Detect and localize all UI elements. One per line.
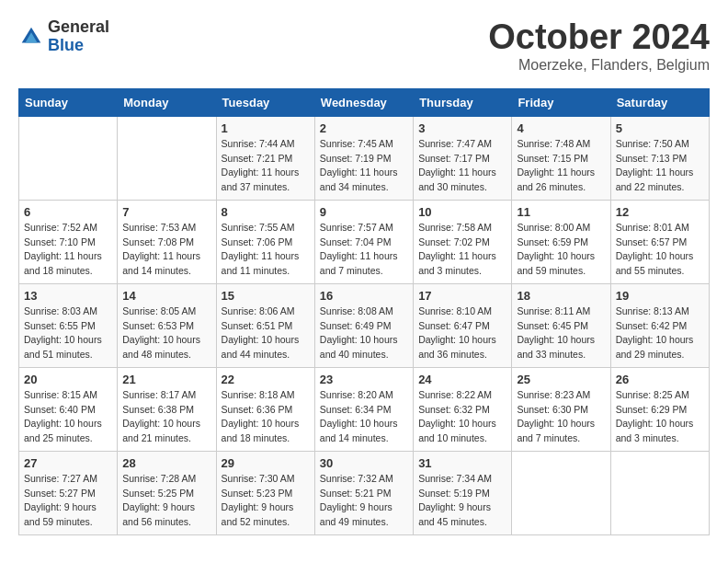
day-number: 11 — [517, 205, 605, 219]
calendar-cell: 4Sunrise: 7:48 AMSunset: 7:15 PMDaylight… — [512, 116, 610, 200]
day-info: Sunrise: 7:32 AMSunset: 5:21 PMDaylight:… — [320, 472, 408, 530]
day-info: Sunrise: 8:06 AMSunset: 6:51 PMDaylight:… — [222, 304, 310, 362]
logo-blue-text: Blue — [48, 37, 109, 55]
calendar-header-row: SundayMondayTuesdayWednesdayThursdayFrid… — [19, 88, 710, 116]
calendar-cell: 6Sunrise: 7:52 AMSunset: 7:10 PMDaylight… — [19, 200, 118, 283]
calendar-cell: 18Sunrise: 8:11 AMSunset: 6:45 PMDayligh… — [512, 283, 610, 367]
day-info: Sunrise: 7:48 AMSunset: 7:15 PMDaylight:… — [517, 137, 605, 195]
day-number: 5 — [616, 121, 704, 135]
title-area: October 2024 Moerzeke, Flanders, Belgium — [488, 18, 710, 74]
calendar-cell: 3Sunrise: 7:47 AMSunset: 7:17 PMDaylight… — [414, 116, 512, 200]
day-number: 6 — [24, 205, 112, 219]
day-number: 29 — [222, 456, 310, 470]
calendar-cell: 12Sunrise: 8:01 AMSunset: 6:57 PMDayligh… — [610, 200, 709, 283]
day-info: Sunrise: 8:23 AMSunset: 6:30 PMDaylight:… — [517, 388, 605, 446]
page-header: General Blue October 2024 Moerzeke, Flan… — [18, 18, 710, 74]
calendar-cell: 13Sunrise: 8:03 AMSunset: 6:55 PMDayligh… — [19, 283, 118, 367]
day-info: Sunrise: 7:53 AMSunset: 7:08 PMDaylight:… — [122, 221, 210, 279]
day-info: Sunrise: 7:50 AMSunset: 7:13 PMDaylight:… — [616, 137, 704, 195]
logo-text: General Blue — [48, 18, 109, 55]
calendar-cell: 15Sunrise: 8:06 AMSunset: 6:51 PMDayligh… — [216, 283, 314, 367]
calendar-cell: 22Sunrise: 8:18 AMSunset: 6:36 PMDayligh… — [216, 367, 314, 451]
calendar-cell: 16Sunrise: 8:08 AMSunset: 6:49 PMDayligh… — [314, 283, 413, 367]
day-info: Sunrise: 8:25 AMSunset: 6:29 PMDaylight:… — [616, 388, 704, 446]
calendar-cell — [118, 116, 216, 200]
day-number: 10 — [418, 205, 506, 219]
day-number: 4 — [517, 121, 605, 135]
month-title: October 2024 — [488, 18, 710, 57]
day-number: 31 — [418, 456, 506, 470]
calendar-week-row: 6Sunrise: 7:52 AMSunset: 7:10 PMDaylight… — [19, 200, 710, 283]
day-number: 30 — [320, 456, 408, 470]
day-of-week-header: Monday — [118, 88, 216, 116]
day-info: Sunrise: 8:15 AMSunset: 6:40 PMDaylight:… — [24, 388, 112, 446]
day-of-week-header: Wednesday — [314, 88, 413, 116]
day-info: Sunrise: 8:00 AMSunset: 6:59 PMDaylight:… — [517, 221, 605, 279]
day-number: 25 — [517, 373, 605, 386]
day-number: 22 — [222, 373, 310, 386]
calendar-cell: 26Sunrise: 8:25 AMSunset: 6:29 PMDayligh… — [610, 367, 709, 451]
calendar-cell: 25Sunrise: 8:23 AMSunset: 6:30 PMDayligh… — [512, 367, 610, 451]
day-info: Sunrise: 8:17 AMSunset: 6:38 PMDaylight:… — [122, 388, 210, 446]
calendar-cell: 1Sunrise: 7:44 AMSunset: 7:21 PMDaylight… — [216, 116, 314, 200]
calendar-cell: 17Sunrise: 8:10 AMSunset: 6:47 PMDayligh… — [414, 283, 512, 367]
day-info: Sunrise: 8:20 AMSunset: 6:34 PMDaylight:… — [320, 388, 408, 446]
day-info: Sunrise: 7:55 AMSunset: 7:06 PMDaylight:… — [222, 221, 310, 279]
calendar-cell: 31Sunrise: 7:34 AMSunset: 5:19 PMDayligh… — [414, 451, 512, 534]
day-info: Sunrise: 7:34 AMSunset: 5:19 PMDaylight:… — [418, 472, 506, 530]
calendar-cell: 11Sunrise: 8:00 AMSunset: 6:59 PMDayligh… — [512, 200, 610, 283]
day-info: Sunrise: 8:03 AMSunset: 6:55 PMDaylight:… — [24, 304, 112, 362]
day-number: 23 — [320, 373, 408, 386]
calendar-cell: 21Sunrise: 8:17 AMSunset: 6:38 PMDayligh… — [118, 367, 216, 451]
day-info: Sunrise: 7:57 AMSunset: 7:04 PMDaylight:… — [320, 221, 408, 279]
day-number: 16 — [320, 289, 408, 303]
day-number: 3 — [418, 121, 506, 135]
day-number: 21 — [122, 373, 210, 386]
logo: General Blue — [18, 18, 109, 55]
day-number: 17 — [418, 289, 506, 303]
calendar-week-row: 13Sunrise: 8:03 AMSunset: 6:55 PMDayligh… — [19, 283, 710, 367]
day-info: Sunrise: 7:27 AMSunset: 5:27 PMDaylight:… — [24, 472, 112, 530]
day-number: 9 — [320, 205, 408, 219]
day-info: Sunrise: 7:47 AMSunset: 7:17 PMDaylight:… — [418, 137, 506, 195]
day-info: Sunrise: 8:11 AMSunset: 6:45 PMDaylight:… — [517, 304, 605, 362]
logo-general-text: General — [48, 18, 109, 37]
calendar-cell: 10Sunrise: 7:58 AMSunset: 7:02 PMDayligh… — [414, 200, 512, 283]
day-number: 24 — [418, 373, 506, 386]
day-info: Sunrise: 7:28 AMSunset: 5:25 PMDaylight:… — [122, 472, 210, 530]
calendar-cell: 24Sunrise: 8:22 AMSunset: 6:32 PMDayligh… — [414, 367, 512, 451]
day-number: 28 — [122, 456, 210, 470]
day-info: Sunrise: 8:10 AMSunset: 6:47 PMDaylight:… — [418, 304, 506, 362]
day-info: Sunrise: 8:01 AMSunset: 6:57 PMDaylight:… — [616, 221, 704, 279]
day-number: 8 — [222, 205, 310, 219]
calendar-cell — [512, 451, 610, 534]
calendar-week-row: 1Sunrise: 7:44 AMSunset: 7:21 PMDaylight… — [19, 116, 710, 200]
day-number: 19 — [616, 289, 704, 303]
day-of-week-header: Thursday — [414, 88, 512, 116]
calendar-cell: 30Sunrise: 7:32 AMSunset: 5:21 PMDayligh… — [314, 451, 413, 534]
day-number: 1 — [222, 121, 310, 135]
day-info: Sunrise: 8:13 AMSunset: 6:42 PMDaylight:… — [616, 304, 704, 362]
calendar-cell: 9Sunrise: 7:57 AMSunset: 7:04 PMDaylight… — [314, 200, 413, 283]
day-of-week-header: Saturday — [610, 88, 709, 116]
day-info: Sunrise: 8:22 AMSunset: 6:32 PMDaylight:… — [418, 388, 506, 446]
day-number: 7 — [122, 205, 210, 219]
day-number: 18 — [517, 289, 605, 303]
calendar-cell: 28Sunrise: 7:28 AMSunset: 5:25 PMDayligh… — [118, 451, 216, 534]
calendar-cell: 8Sunrise: 7:55 AMSunset: 7:06 PMDaylight… — [216, 200, 314, 283]
location: Moerzeke, Flanders, Belgium — [488, 57, 710, 74]
calendar-cell: 20Sunrise: 8:15 AMSunset: 6:40 PMDayligh… — [19, 367, 118, 451]
calendar-cell: 5Sunrise: 7:50 AMSunset: 7:13 PMDaylight… — [610, 116, 709, 200]
day-info: Sunrise: 7:30 AMSunset: 5:23 PMDaylight:… — [222, 472, 310, 530]
day-info: Sunrise: 8:08 AMSunset: 6:49 PMDaylight:… — [320, 304, 408, 362]
day-info: Sunrise: 7:44 AMSunset: 7:21 PMDaylight:… — [222, 137, 310, 195]
day-info: Sunrise: 7:52 AMSunset: 7:10 PMDaylight:… — [24, 221, 112, 279]
day-info: Sunrise: 7:45 AMSunset: 7:19 PMDaylight:… — [320, 137, 408, 195]
calendar-cell — [610, 451, 709, 534]
calendar-cell: 27Sunrise: 7:27 AMSunset: 5:27 PMDayligh… — [19, 451, 118, 534]
day-number: 13 — [24, 289, 112, 303]
day-info: Sunrise: 8:05 AMSunset: 6:53 PMDaylight:… — [122, 304, 210, 362]
day-number: 27 — [24, 456, 112, 470]
day-number: 12 — [616, 205, 704, 219]
day-number: 20 — [24, 373, 112, 386]
